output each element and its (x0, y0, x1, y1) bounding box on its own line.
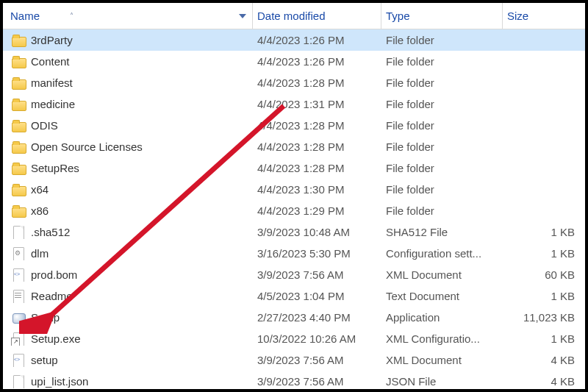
file-type: JSON File (381, 375, 503, 388)
file-row[interactable]: 3rdParty4/4/2023 1:26 PMFile folder (3, 29, 585, 51)
file-size: 4 KB (503, 375, 585, 388)
file-date: 4/4/2023 1:28 PM (253, 140, 381, 153)
file-row[interactable]: Setup.exe10/3/2022 10:26 AMXML Configura… (3, 328, 585, 349)
file-name: ODIS (31, 119, 58, 132)
xml-icon (12, 354, 25, 367)
file-name: manifest (31, 76, 73, 89)
ini-icon (12, 247, 25, 260)
file-type: File folder (381, 76, 503, 89)
file-name: x86 (31, 204, 49, 217)
file-row[interactable]: Readme4/5/2023 1:04 PMText Document1 KB (3, 285, 585, 307)
file-date: 4/4/2023 1:26 PM (253, 55, 381, 68)
file-date: 4/4/2023 1:30 PM (253, 183, 381, 196)
file-date: 4/4/2023 1:31 PM (253, 98, 381, 110)
file-size: 11,023 KB (503, 311, 585, 324)
file-row[interactable]: Content4/4/2023 1:26 PMFile folder (3, 51, 585, 72)
folder-icon (12, 162, 25, 175)
folder-icon (12, 183, 25, 196)
file-type: Text Document (381, 290, 503, 302)
folder-icon (12, 76, 25, 90)
xml-icon (12, 268, 25, 282)
column-header-type[interactable]: Type (381, 3, 503, 29)
file-type: File folder (381, 98, 503, 110)
file-date: 10/3/2022 10:26 AM (253, 332, 381, 345)
file-name: SetupRes (31, 162, 79, 174)
file-date: 4/4/2023 1:26 PM (253, 34, 381, 46)
file-name: setup (31, 354, 58, 366)
file-name: medicine (31, 98, 75, 110)
file-type: Application (381, 311, 503, 324)
file-name: Readme (31, 290, 73, 302)
file-type: File folder (381, 119, 503, 132)
file-size: 1 KB (503, 332, 585, 345)
file-row[interactable]: SetupRes4/4/2023 1:28 PMFile folder (3, 157, 585, 179)
file-type: File folder (381, 55, 503, 68)
file-row[interactable]: setup3/9/2023 7:56 AMXML Document4 KB (3, 349, 585, 371)
file-type: File folder (381, 183, 503, 196)
folder-icon (12, 98, 25, 111)
folder-icon (12, 119, 25, 132)
file-name: Open Source Licenses (31, 140, 143, 153)
file-size: 1 KB (503, 226, 585, 238)
folder-icon (12, 34, 25, 47)
file-row[interactable]: manifest4/4/2023 1:28 PMFile folder (3, 72, 585, 93)
column-header-size[interactable]: Size (503, 10, 585, 22)
file-type: XML Configuratio... (381, 332, 503, 345)
file-date: 3/9/2023 10:48 AM (253, 226, 381, 238)
file-row[interactable]: ODIS4/4/2023 1:28 PMFile folder (3, 115, 585, 136)
file-size: 4 KB (503, 354, 585, 366)
column-header-date[interactable]: Date modified (253, 3, 381, 29)
file-type: File folder (381, 34, 503, 46)
folder-icon (12, 55, 25, 68)
file-date: 4/5/2023 1:04 PM (253, 290, 381, 302)
file-row[interactable]: dlm3/16/2023 5:30 PMConfiguration sett..… (3, 243, 585, 264)
file-date: 4/4/2023 1:28 PM (253, 76, 381, 89)
sort-ascending-icon: ˄ (70, 12, 74, 20)
column-header-date-label: Date modified (257, 10, 326, 22)
file-row[interactable]: x644/4/2023 1:30 PMFile folder (3, 179, 585, 200)
file-date: 3/9/2023 7:56 AM (253, 268, 381, 281)
file-row[interactable]: Setup2/27/2023 4:40 PMApplication11,023 … (3, 307, 585, 328)
file-type: SHA512 File (381, 226, 503, 238)
file-row[interactable]: .sha5123/9/2023 10:48 AMSHA512 File1 KB (3, 221, 585, 243)
file-type: File folder (381, 162, 503, 174)
file-name: Content (31, 55, 70, 68)
column-header-size-label: Size (507, 10, 528, 22)
file-name: x64 (31, 183, 49, 196)
file-size: 1 KB (503, 247, 585, 260)
file-icon (12, 375, 25, 388)
column-header-name-label: Name (10, 10, 40, 22)
file-row[interactable]: Open Source Licenses4/4/2023 1:28 PMFile… (3, 136, 585, 157)
file-icon (12, 226, 25, 239)
file-date: 4/4/2023 1:28 PM (253, 119, 381, 132)
file-row[interactable]: upi_list.json3/9/2023 7:56 AMJSON File4 … (3, 371, 585, 389)
file-row[interactable]: prod.bom3/9/2023 7:56 AMXML Document60 K… (3, 264, 585, 285)
file-type: XML Document (381, 268, 503, 281)
file-type: XML Document (381, 354, 503, 366)
folder-icon (12, 204, 25, 218)
file-size: 60 KB (503, 268, 585, 281)
chevron-down-icon[interactable] (239, 14, 246, 18)
file-date: 2/27/2023 4:40 PM (253, 311, 381, 324)
file-type: File folder (381, 140, 503, 153)
file-size: 1 KB (503, 290, 585, 302)
file-date: 3/9/2023 7:56 AM (253, 354, 381, 366)
folder-icon (12, 140, 25, 154)
file-row[interactable]: medicine4/4/2023 1:31 PMFile folder (3, 93, 585, 115)
file-name: prod.bom (31, 268, 77, 281)
txt-icon (12, 290, 25, 303)
file-name: upi_list.json (31, 375, 88, 388)
execonf-icon (12, 332, 25, 346)
explorer-details-view: Name ˄ Date modified Type Size 3rdParty4… (0, 0, 588, 392)
file-row[interactable]: x864/4/2023 1:29 PMFile folder (3, 200, 585, 221)
column-header-name[interactable]: Name ˄ (3, 3, 253, 29)
column-header-row: Name ˄ Date modified Type Size (3, 3, 585, 29)
file-date: 3/9/2023 7:56 AM (253, 375, 381, 388)
file-type: Configuration sett... (381, 247, 503, 260)
file-name: .sha512 (31, 226, 70, 238)
file-date: 3/16/2023 5:30 PM (253, 247, 381, 260)
exe-icon (12, 311, 25, 324)
file-date: 4/4/2023 1:28 PM (253, 162, 381, 174)
column-header-type-label: Type (386, 10, 410, 22)
file-list[interactable]: 3rdParty4/4/2023 1:26 PMFile folderConte… (3, 29, 585, 389)
